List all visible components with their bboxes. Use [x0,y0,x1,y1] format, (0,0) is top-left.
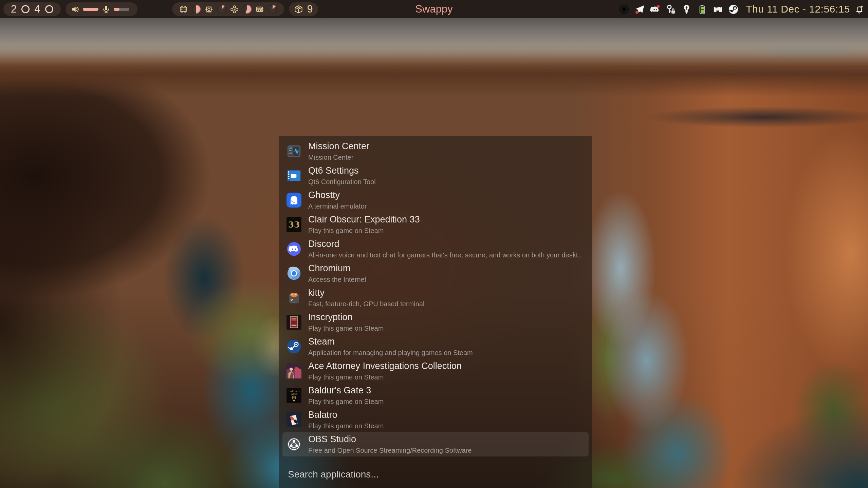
launcher-item-text: Qt6 SettingsQt6 Configuration Tool [308,165,376,186]
workspaces-pill: 24 [3,2,61,16]
cpu-usage-gauge [217,5,226,14]
keepass-tray-icon[interactable] [665,4,677,15]
app-description: All-in-one voice and text chat for gamer… [308,251,581,259]
ram-usage-gauge [192,5,201,14]
discord-icon [287,241,301,256]
launcher-item[interactable]: 33Clair Obscur: Expedition 33Play this g… [282,212,589,237]
launcher-item[interactable]: BalatroPlay this game on Steam [282,408,589,432]
network-tray-icon[interactable] [712,4,723,15]
discord-tray-icon[interactable] [650,4,661,15]
app-description: Play this game on Steam [308,422,384,430]
ram-icon [179,5,188,14]
app-description: Mission Center [308,153,369,162]
notification-bell-icon[interactable] [854,4,865,15]
search-input[interactable]: Search applications... [288,469,379,480]
app-name: Ghostty [308,190,367,200]
volume-slider-fill [83,8,98,11]
package-icon [294,5,303,14]
inscryption-icon [287,315,301,330]
app-name: Inscryption [308,312,384,323]
workspace-4[interactable]: 4 [34,4,40,15]
volume-slider[interactable] [83,8,98,11]
launcher-item[interactable]: DiscordAll-in-one voice and text chat fo… [282,237,589,261]
app-name: Mission Center [308,141,369,152]
launcher-item[interactable]: SteamApplication for managing and playin… [282,334,589,359]
app-description: Play this game on Steam [308,373,462,382]
app-name: Steam [308,336,473,347]
launcher-item[interactable]: >_GhosttyA terminal emulator [282,188,589,212]
app-name: kitty [308,287,424,298]
app-name: Discord [308,238,581,249]
app-description: Play this game on Steam [308,226,420,235]
svg-text:33: 33 [288,220,300,230]
audio-pill [66,2,137,16]
top-bar: 24 9 Swappy Thu 11 Dec - 12:56:15 [0,0,868,18]
mic-slider[interactable] [114,8,129,11]
launcher-item[interactable]: OBS StudioFree and Open Source Streaming… [282,432,589,456]
ghostty-icon: >_ [287,193,301,208]
workspace-2[interactable]: 2 [11,4,17,15]
clock[interactable]: Thu 11 Dec - 12:56:15 [746,3,850,15]
launcher-item[interactable]: Qt6 SettingsQt6 Configuration Tool [282,163,589,188]
app-name: Baldur's Gate 3 [308,385,384,396]
svg-text:>_: >_ [291,297,296,302]
balatro-icon [287,412,301,427]
telegram-tray-icon[interactable] [634,4,645,15]
microphone-icon [101,5,111,14]
launcher-item[interactable]: ChromiumAccess the Internet [282,261,589,286]
baldurs-gate-3-icon: Baldur'sGate [287,388,301,403]
ace-attorney-icon [287,364,301,378]
launcher-item-text: ChromiumAccess the Internet [308,263,366,284]
app-launcher: Mission CenterMission CenterQt6 Settings… [279,136,592,488]
memory-module-usage-gauge [268,5,277,14]
launcher-item-text: Ace Attorney Investigations CollectionPl… [308,360,462,381]
app-description: Free and Open Source Streaming/Recording… [308,446,472,455]
app-name: Chromium [308,263,366,274]
battery-tray-icon[interactable] [697,4,708,15]
launcher-item-text: Mission CenterMission Center [308,141,369,161]
system-monitor-pill[interactable] [172,2,284,16]
launcher-item[interactable]: Mission CenterMission Center [282,139,589,163]
steam-icon [287,339,301,354]
clair-obscur-icon: 33 [287,217,301,232]
app-name: Balatro [308,409,384,420]
app-description: Play this game on Steam [308,397,384,406]
launcher-item-text: kittyFast, feature-rich, GPU based termi… [308,287,424,308]
workspace-dot[interactable] [45,5,53,13]
system-tray [614,4,739,15]
app-description: Qt6 Configuration Tool [308,177,376,186]
app-name: Clair Obscur: Expedition 33 [308,214,420,225]
app-name: OBS Studio [308,434,472,445]
launcher-item[interactable]: Baldur'sGateBaldur's Gate 3Play this gam… [282,383,589,408]
qt6-settings-icon [287,168,301,183]
launcher-item-text: GhosttyA terminal emulator [308,190,367,210]
kitty-icon: >_ [287,290,301,305]
speaker-icon [71,5,80,14]
launcher-item[interactable]: >_kittyFast, feature-rich, GPU based ter… [282,286,589,310]
packages-pill[interactable]: 9 [289,2,318,16]
gpu-icon [230,5,239,14]
steelseries-tray-icon[interactable] [618,4,630,15]
launcher-item[interactable]: Ace Attorney Investigations CollectionPl… [282,359,589,383]
steam-tray-icon[interactable] [728,4,739,15]
topbar-left-cluster: 24 9 [3,2,318,16]
gpu-usage-gauge [243,5,252,14]
app-description: A terminal emulator [308,202,367,211]
launcher-item-text: DiscordAll-in-one voice and text chat fo… [308,238,581,259]
key-tray-icon[interactable] [681,4,692,15]
launcher-item-text: BalatroPlay this game on Steam [308,409,384,430]
workspace-dot[interactable] [21,5,30,13]
launcher-item-text: Baldur's Gate 3Play this game on Steam [308,385,384,406]
svg-text:Gate: Gate [291,392,297,395]
app-description: Fast, feature-rich, GPU based terminal [308,299,424,308]
app-description: Play this game on Steam [308,324,384,333]
memory-module-icon [255,5,264,14]
chromium-icon [287,266,301,281]
mic-slider-fill [114,8,119,11]
app-name: Ace Attorney Investigations Collection [308,360,462,371]
launcher-item-text: SteamApplication for managing and playin… [308,336,473,357]
cpu-icon [204,5,214,14]
app-description: Access the Internet [308,275,366,284]
launcher-item-text: Clair Obscur: Expedition 33Play this gam… [308,214,420,235]
launcher-item[interactable]: InscryptionPlay this game on Steam [282,310,589,334]
